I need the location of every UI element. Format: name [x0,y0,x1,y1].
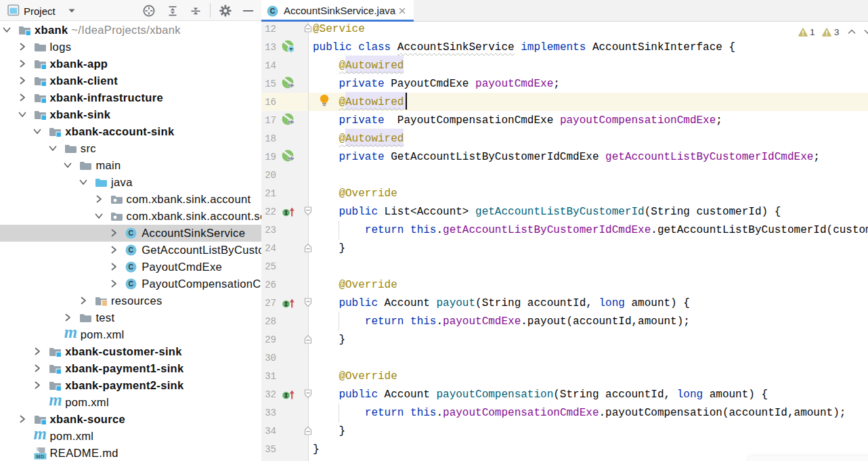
svg-text:C: C [129,229,134,237]
svg-text:C: C [129,246,134,254]
svg-text:MD: MD [36,454,45,460]
svg-text:C: C [129,263,134,271]
svg-text:C: C [270,7,276,15]
svg-text:C: C [129,280,134,288]
